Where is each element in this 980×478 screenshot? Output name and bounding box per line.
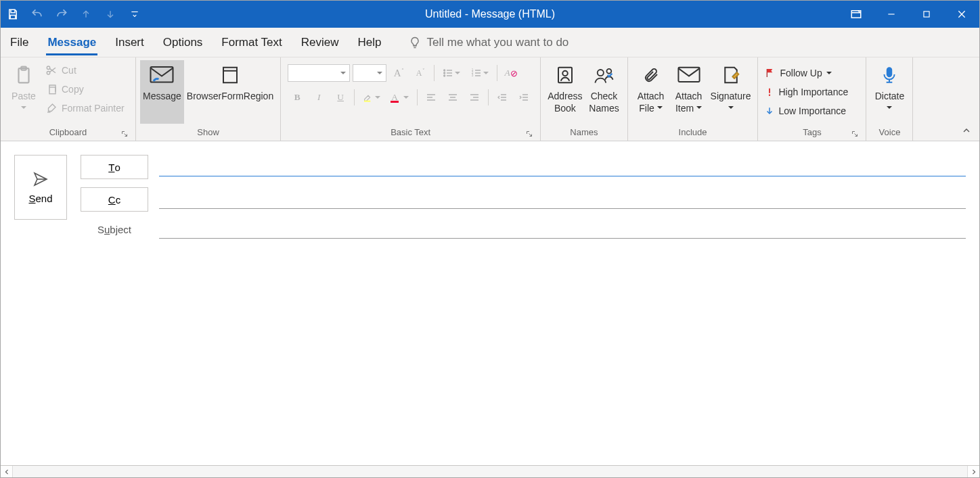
subject-input[interactable] xyxy=(159,220,966,239)
tab-review[interactable]: Review xyxy=(292,28,349,57)
font-name-combo[interactable] xyxy=(288,64,350,82)
bold-button[interactable]: B xyxy=(288,89,307,106)
cc-input[interactable] xyxy=(159,190,966,209)
group-label-voice: Voice xyxy=(870,127,908,141)
low-importance-button[interactable]: Low Importance xyxy=(762,102,851,120)
bullets-button[interactable] xyxy=(439,64,464,82)
clipboard-icon xyxy=(14,63,34,87)
group-tags: Follow Up High Importance Low Importance… xyxy=(758,57,866,141)
signature-icon xyxy=(721,63,741,87)
numbering-button[interactable]: 123 xyxy=(467,64,493,82)
horizontal-scrollbar xyxy=(1,465,979,477)
clipboard-launcher[interactable] xyxy=(119,128,130,139)
high-importance-button[interactable]: High Importance xyxy=(762,83,851,101)
svg-rect-1 xyxy=(924,11,929,17)
group-label-include: Include xyxy=(632,127,754,141)
redo-button[interactable] xyxy=(49,1,74,28)
prev-item-button[interactable] xyxy=(74,1,98,28)
to-input[interactable] xyxy=(159,158,966,176)
attach-item-icon xyxy=(677,63,700,87)
grow-font-button[interactable]: A˄ xyxy=(389,64,408,82)
cut-button[interactable]: Cut xyxy=(43,62,127,79)
next-item-button[interactable] xyxy=(98,1,122,28)
tab-help[interactable]: Help xyxy=(349,28,391,57)
italic-button[interactable]: I xyxy=(309,89,328,106)
group-label-tags: Tags xyxy=(762,127,862,141)
svg-text:3: 3 xyxy=(472,74,474,77)
to-button[interactable]: To xyxy=(81,155,148,179)
down-arrow-icon xyxy=(765,105,774,116)
tab-file[interactable]: File xyxy=(1,28,38,57)
minimize-button[interactable] xyxy=(874,1,909,28)
highlight-color-button[interactable] xyxy=(359,89,384,106)
group-basic-text: A˄ A˅ 123 A⊘ B I U xyxy=(281,57,541,141)
maximize-button[interactable] xyxy=(909,1,944,28)
increase-indent-button[interactable] xyxy=(514,89,533,106)
copy-icon xyxy=(45,83,58,95)
scroll-track[interactable] xyxy=(13,466,967,477)
paintbrush-icon xyxy=(45,102,58,114)
check-names-icon xyxy=(594,63,615,87)
ribbon-tabs: File Message Insert Options Format Text … xyxy=(1,28,979,57)
basic-text-launcher[interactable] xyxy=(524,128,535,139)
address-book-button[interactable]: AddressBook xyxy=(545,60,585,124)
follow-up-button[interactable]: Follow Up xyxy=(762,64,851,82)
svg-point-10 xyxy=(444,72,445,74)
show-message-button[interactable]: Message xyxy=(140,60,184,124)
cc-button[interactable]: Cc xyxy=(81,187,148,212)
tell-me-search[interactable]: Tell me what you want to do xyxy=(408,28,569,57)
tab-format-text[interactable]: Format Text xyxy=(212,28,291,57)
font-color-button[interactable]: A xyxy=(387,89,413,106)
tab-insert[interactable]: Insert xyxy=(106,28,154,57)
align-right-button[interactable] xyxy=(465,89,484,106)
tell-me-placeholder: Tell me what you want to do xyxy=(427,36,569,49)
clear-formatting-button[interactable]: A⊘ xyxy=(502,64,520,82)
group-clipboard: Paste Cut Copy Format Painter Clipboard xyxy=(1,57,136,141)
svg-point-19 xyxy=(606,69,611,74)
close-button[interactable] xyxy=(944,1,979,28)
save-button[interactable] xyxy=(1,1,25,28)
window-controls xyxy=(839,1,979,28)
ribbon-display-options-button[interactable] xyxy=(839,1,874,28)
tab-message[interactable]: Message xyxy=(38,28,106,57)
decrease-indent-button[interactable] xyxy=(493,89,512,106)
browser-form-region-button[interactable]: BrowserFormRegion xyxy=(184,60,276,124)
send-button[interactable]: Send xyxy=(14,155,67,220)
align-left-button[interactable] xyxy=(422,89,441,106)
dictate-button[interactable]: Dictate xyxy=(870,60,908,124)
ribbon: Paste Cut Copy Format Painter Clipboard xyxy=(1,57,979,141)
subject-label: Subject xyxy=(81,224,148,235)
form-region-icon xyxy=(220,63,240,87)
svg-rect-16 xyxy=(558,68,572,83)
format-painter-button[interactable]: Format Painter xyxy=(43,99,127,117)
svg-point-21 xyxy=(769,95,770,96)
check-names-button[interactable]: CheckNames xyxy=(585,60,623,124)
svg-rect-20 xyxy=(678,68,699,82)
lightbulb-icon xyxy=(408,36,422,49)
undo-button[interactable] xyxy=(25,1,49,28)
message-body[interactable] xyxy=(1,245,979,465)
attach-file-button[interactable]: AttachFile xyxy=(632,60,670,124)
paste-button[interactable]: Paste xyxy=(5,60,43,124)
paperclip-icon xyxy=(643,63,659,87)
underline-button[interactable]: U xyxy=(331,89,350,106)
group-label-clipboard: Clipboard xyxy=(5,127,131,141)
window-title: Untitled - Message (HTML) xyxy=(1,1,979,28)
address-book-icon xyxy=(555,63,575,87)
attach-item-button[interactable]: AttachItem xyxy=(670,60,708,124)
shrink-font-button[interactable]: A˅ xyxy=(411,64,430,82)
svg-point-17 xyxy=(562,71,568,76)
copy-button[interactable]: Copy xyxy=(43,80,127,98)
scroll-right-button[interactable] xyxy=(967,466,979,477)
font-size-combo[interactable] xyxy=(353,64,386,82)
scroll-left-button[interactable] xyxy=(1,466,13,477)
customize-qat-button[interactable] xyxy=(122,1,147,28)
group-label-basic-text: Basic Text xyxy=(285,127,536,141)
collapse-ribbon-button[interactable] xyxy=(959,123,974,138)
flag-icon xyxy=(765,68,776,78)
tags-launcher[interactable] xyxy=(849,128,860,139)
align-center-button[interactable] xyxy=(443,89,462,106)
tab-options[interactable]: Options xyxy=(154,28,213,57)
signature-button[interactable]: Signature xyxy=(708,60,754,124)
svg-rect-15 xyxy=(364,101,370,102)
